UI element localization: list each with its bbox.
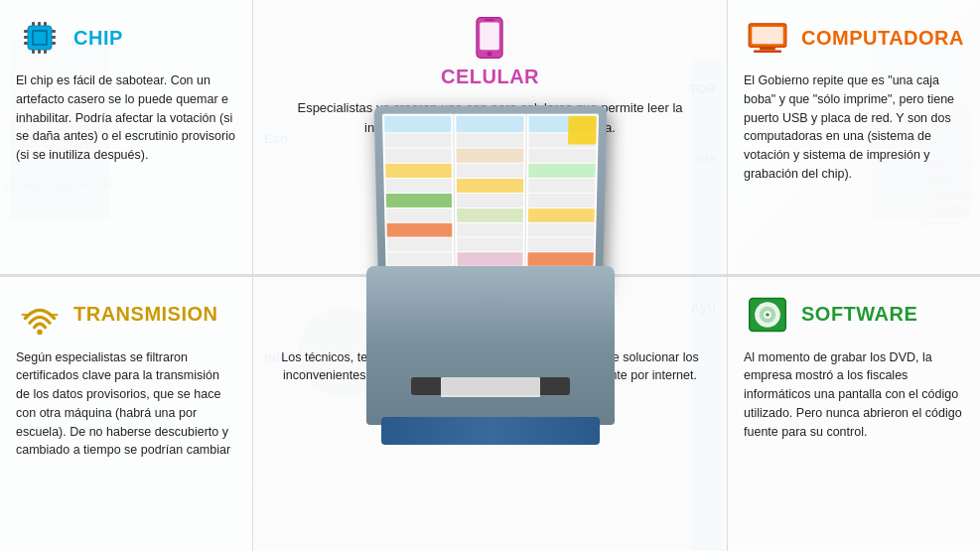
transmision-icon <box>16 291 64 339</box>
celular-icon <box>466 14 513 62</box>
svg-rect-7 <box>52 36 56 39</box>
svg-rect-10 <box>38 22 41 26</box>
transmision-body: Según especialistas se filtraron certifi… <box>16 348 236 461</box>
svg-rect-5 <box>24 42 28 45</box>
card-chip: CHIP El chip es fácil de sabotear. Con u… <box>0 0 253 276</box>
transmision-title: TRANSMISION <box>73 303 218 326</box>
card-software: SOFTWARE Al momento de grabar los DVD, l… <box>727 276 980 552</box>
celular-title: CELULAR <box>441 66 539 88</box>
svg-rect-8 <box>52 42 56 45</box>
svg-rect-13 <box>38 50 41 54</box>
computadora-icon <box>744 14 791 62</box>
svg-point-17 <box>488 52 492 57</box>
svg-rect-3 <box>24 30 28 33</box>
computadora-body: El Gobierno repite que es "una caja boba… <box>744 71 964 184</box>
card-transmision: TRANSMISION Según especialistas se filtr… <box>0 276 253 552</box>
chip-body: El chip es fácil de sabotear. Con un art… <box>16 71 236 165</box>
svg-rect-20 <box>752 27 782 44</box>
computadora-title: COMPUTADORA <box>801 27 964 50</box>
svg-rect-11 <box>44 22 47 26</box>
svg-point-23 <box>37 329 43 335</box>
svg-rect-21 <box>760 47 775 50</box>
chip-title: CHIP <box>73 27 123 50</box>
svg-rect-6 <box>52 30 56 33</box>
svg-rect-18 <box>486 19 495 21</box>
voting-machine <box>342 107 639 445</box>
svg-rect-12 <box>32 50 35 54</box>
svg-rect-9 <box>32 22 35 26</box>
software-icon <box>744 291 791 339</box>
svg-rect-22 <box>754 51 781 53</box>
software-title: SOFTWARE <box>801 303 917 326</box>
svg-rect-2 <box>34 32 46 44</box>
svg-rect-14 <box>44 50 47 54</box>
card-computadora: COMPUTADORA El Gobierno repite que es "u… <box>727 0 980 276</box>
software-body: Al momento de grabar los DVD, la empresa… <box>744 348 964 442</box>
svg-point-31 <box>766 313 770 317</box>
svg-rect-4 <box>24 36 28 39</box>
svg-rect-16 <box>481 23 500 51</box>
chip-icon <box>16 14 64 62</box>
